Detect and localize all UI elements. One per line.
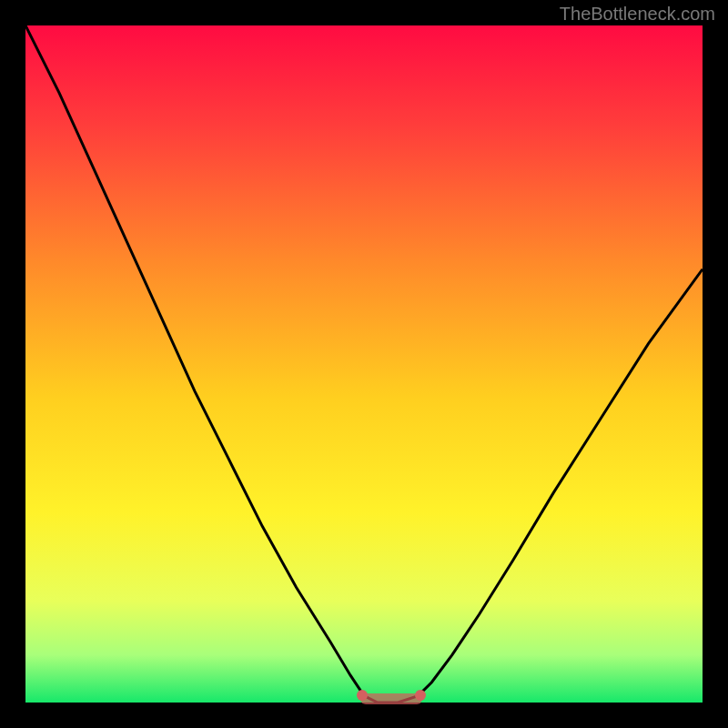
- optimal-range-start-dot: [357, 690, 368, 701]
- optimal-range-marker: [360, 693, 422, 704]
- optimal-range-end-dot: [415, 690, 426, 701]
- watermark-text: TheBottleneck.com: [560, 4, 715, 25]
- bottleneck-curve: [25, 25, 703, 703]
- plot-area: [25, 25, 703, 703]
